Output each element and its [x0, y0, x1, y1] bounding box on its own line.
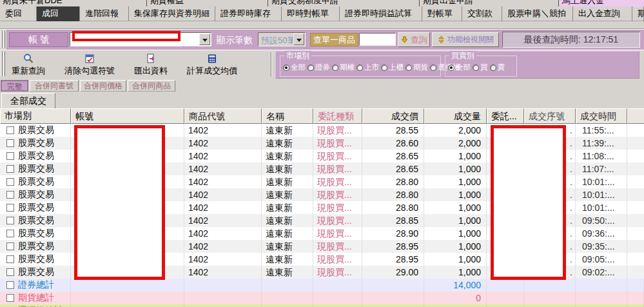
col-header-code[interactable]: 商品代號: [184, 108, 262, 124]
tab-clipped[interactable]: 期: [632, 6, 644, 21]
single-product-input[interactable]: [359, 33, 396, 46]
radio-label: 全部: [291, 63, 306, 72]
col-header-market[interactable]: 市場別: [0, 108, 71, 124]
tab-all-fills[interactable]: 全部成交: [1, 93, 55, 108]
radio-side-all[interactable]: 全部: [448, 63, 471, 72]
tab-ipo-auction[interactable]: 股票申購＼競拍: [502, 6, 573, 21]
menu-item[interactable]: 期貨權益: [150, 0, 184, 6]
tab-complete-active[interactable]: 完整: [1, 80, 28, 92]
options-total-row[interactable]: 選擇權總計: [0, 304, 644, 307]
col-header-name[interactable]: 名稱: [262, 108, 313, 124]
fill-qty-cell: 1,000: [424, 266, 487, 279]
fill-qty-cell: 1,000: [424, 201, 487, 214]
menu-item[interactable]: 期貨交易額度申請: [271, 0, 338, 6]
col-header-fill-serial[interactable]: 成交序號: [524, 108, 576, 124]
tab-chenghui-active[interactable]: 成回: [37, 6, 80, 21]
radio-market-listed[interactable]: 上市: [356, 63, 379, 72]
tab-merge-order-no[interactable]: 合併同書號: [30, 80, 79, 92]
fill-price-cell: 28.95: [362, 253, 424, 266]
redaction-box-order-no-column: [491, 125, 566, 280]
securities-total-row[interactable]: 證券總計 14,000: [0, 279, 644, 292]
toolbar-gripper[interactable]: [0, 50, 6, 79]
fill-time-cell: 11:55:...: [576, 124, 627, 137]
col-header-qty[interactable]: 成交量: [424, 108, 487, 124]
fill-time-cell: 10:01:...: [576, 188, 627, 201]
combobox-dropdown-button[interactable]: [199, 34, 210, 45]
row-checkbox[interactable]: [6, 178, 14, 186]
row-checkbox[interactable]: [6, 126, 14, 134]
radio-market-all[interactable]: 全部: [283, 63, 306, 72]
radio-icon: [490, 64, 496, 71]
row-checkbox[interactable]: [6, 165, 14, 173]
row-checkbox[interactable]: [6, 191, 14, 199]
row-checkbox[interactable]: [6, 230, 14, 237]
query-button[interactable]: 查詢: [398, 32, 430, 47]
menu-item[interactable]: 期貨未平倉DDE: [3, 0, 62, 6]
radio-icon: [307, 64, 314, 71]
combobox-dropdown-button[interactable]: [293, 34, 304, 45]
market-type-group: 市場別 全部 證券 期權 上市 上櫃 期貨 選擇權: [280, 55, 441, 77]
tab-custody-detail[interactable]: 集保庫存與資券明細: [129, 6, 215, 21]
product-name-cell: 遠東新: [262, 175, 313, 188]
blank-cell: [627, 188, 644, 201]
row-checkbox[interactable]: [6, 217, 14, 224]
tab-weihui[interactable]: 委回: [0, 6, 37, 21]
merge-tabstrip: 完整 合併同書號 合併同價格 合併同商品: [0, 79, 644, 92]
radio-side-sell[interactable]: 賣: [490, 63, 505, 72]
tab-settlement[interactable]: 交割款: [462, 6, 502, 21]
fill-qty-cell: 1,000: [424, 163, 487, 175]
col-header-order-type[interactable]: 委託種類: [313, 108, 362, 124]
menu-item[interactable]: 期貨出金申請: [423, 0, 473, 6]
buy-sell-group: 買賣別 全部 買 賣: [445, 55, 517, 77]
blank-cell: [627, 201, 644, 214]
export-button[interactable]: 匯出資料: [132, 52, 170, 77]
tab-label: 完整: [1, 81, 28, 91]
fill-time-cell: 09:05:...: [576, 253, 627, 266]
radio-market-futures[interactable]: 期貨: [405, 63, 428, 72]
row-checkbox[interactable]: [6, 294, 14, 302]
tab-statement[interactable]: 對帳單: [422, 6, 462, 21]
col-header-price[interactable]: 成交價: [362, 108, 424, 124]
toolbar-gripper[interactable]: [0, 30, 6, 50]
securities-total-label: 證券總計: [18, 279, 54, 291]
calc-average-label: 計算成交均價: [187, 65, 237, 77]
function-view-toggle-button[interactable]: 功能檢視開關: [432, 32, 499, 47]
futures-total-row[interactable]: 期貨總計 0: [0, 292, 644, 304]
row-checkbox[interactable]: [6, 152, 14, 160]
market-type-legend: 市場別: [284, 51, 311, 60]
row-checkbox[interactable]: [6, 255, 14, 263]
tab-fund-transfer-query[interactable]: 出入金查詢: [573, 6, 632, 21]
col-header-account[interactable]: 帳號: [71, 108, 184, 124]
tab-merge-price[interactable]: 合併同價格: [80, 80, 126, 92]
radio-market-securities[interactable]: 證券: [307, 63, 330, 72]
radio-label: 買: [480, 63, 488, 72]
blank-cell: [627, 266, 644, 279]
row-checkbox[interactable]: [6, 243, 14, 250]
radio-market-otc[interactable]: 上櫃: [381, 63, 404, 72]
tab-pnl-trial[interactable]: 證券即時損益試算: [340, 6, 422, 21]
fill-time-cell: 11:07:...: [576, 163, 627, 175]
col-header-order-no[interactable]: 委託...: [487, 108, 524, 124]
show-count-combobox[interactable]: 預設50筆: [258, 32, 306, 46]
calc-average-button[interactable]: 計算成交均價: [184, 52, 240, 77]
grip-ridge: [1, 52, 3, 76]
blank-cell: [627, 150, 644, 163]
radio-market-futures-options[interactable]: 期權: [332, 63, 355, 72]
col-header-fill-time[interactable]: 成交時間: [576, 108, 627, 124]
requery-button[interactable]: 重新查詢: [9, 52, 48, 77]
tab-realtime-inventory[interactable]: 證券即時庫存: [215, 6, 282, 21]
tab-merge-product[interactable]: 合併同商品: [128, 80, 175, 92]
row-checkbox[interactable]: [6, 268, 14, 276]
fill-qty-cell: 1,000: [424, 214, 487, 227]
row-checkbox[interactable]: [6, 204, 14, 212]
row-checkbox[interactable]: [6, 139, 14, 147]
tab-advanced-report[interactable]: 進階回報: [80, 6, 129, 21]
menu-item-highlighted[interactable]: 馬上通入金: [562, 0, 604, 6]
clear-check-button[interactable]: 清除勾選符號: [62, 52, 117, 77]
radio-side-buy[interactable]: 買: [473, 63, 488, 72]
tab-realtime-statement[interactable]: 即時對帳單: [282, 6, 340, 21]
product-code-cell: 1402: [184, 266, 262, 279]
radio-label: 期貨: [413, 63, 428, 72]
order-type-cell: 現股買...: [313, 163, 362, 175]
row-checkbox[interactable]: [6, 281, 14, 289]
